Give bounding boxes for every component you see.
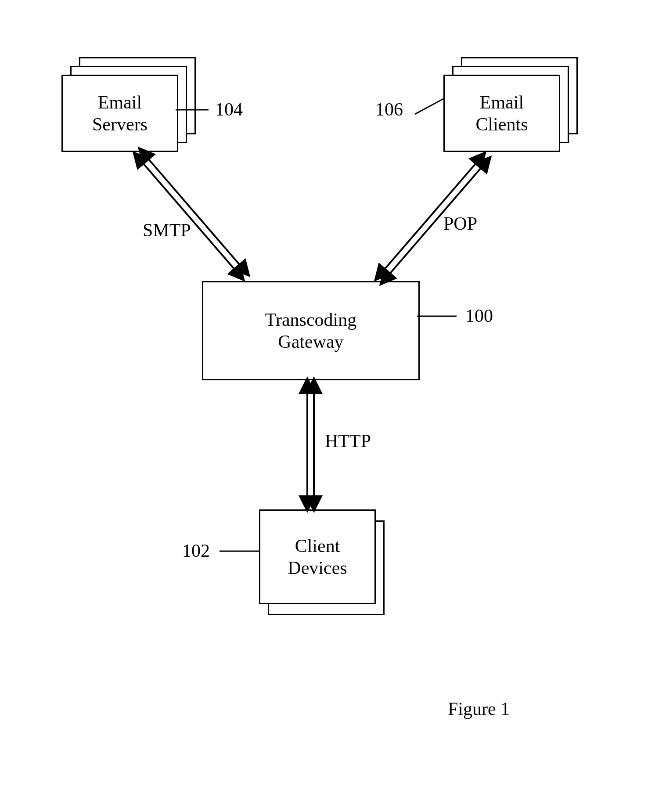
http-arrow — [0, 0, 655, 812]
figure-caption: Figure 1 — [448, 698, 510, 719]
http-label: HTTP — [325, 430, 371, 451]
